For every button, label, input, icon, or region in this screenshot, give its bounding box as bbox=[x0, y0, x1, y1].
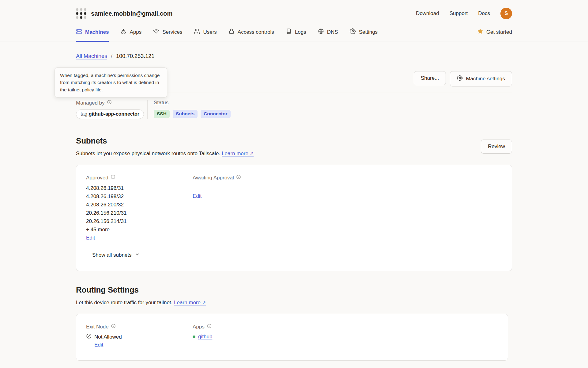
apps-label: Apps bbox=[193, 324, 205, 330]
tab-dns[interactable]: DNS bbox=[318, 28, 338, 41]
show-all-subnets-button[interactable]: Show all subnets bbox=[92, 252, 140, 258]
subnets-description: Subnets let you expose physical network … bbox=[76, 151, 220, 156]
approved-route: 4.208.26.200/32 bbox=[86, 201, 193, 209]
brand: samlee.mobbin@gmail.com bbox=[76, 8, 172, 19]
avatar[interactable]: S bbox=[500, 8, 512, 19]
gear-icon bbox=[350, 28, 356, 36]
tab-label: Apps bbox=[130, 29, 141, 35]
tag-pill[interactable]: tag:github-app-connector bbox=[76, 109, 144, 119]
status-label: Status bbox=[154, 100, 168, 106]
info-icon[interactable] bbox=[111, 174, 115, 181]
approved-route: 20.26.156.210/31 bbox=[86, 209, 193, 217]
breadcrumb-separator: / bbox=[111, 53, 112, 59]
tab-label: Users bbox=[203, 29, 217, 35]
subnets-learn-more-link[interactable]: Learn more ↗ bbox=[222, 151, 254, 156]
app-status-dot-icon bbox=[193, 335, 195, 338]
breadcrumb-current: 100.70.253.121 bbox=[116, 53, 154, 59]
routing-settings-title: Routing Settings bbox=[76, 285, 512, 295]
routing-card: Exit Node Not Allowe bbox=[76, 314, 508, 361]
chevron-down-icon bbox=[135, 252, 140, 258]
gear-icon bbox=[457, 75, 463, 82]
globe-icon bbox=[318, 28, 324, 36]
tag-prefix: tag: bbox=[81, 111, 89, 117]
breadcrumb: All Machines / 100.70.253.121 bbox=[76, 53, 512, 59]
machine-settings-button[interactable]: Machine settings bbox=[450, 71, 512, 86]
support-link[interactable]: Support bbox=[450, 10, 468, 17]
managed-by-label: Managed by bbox=[76, 100, 105, 106]
account-email[interactable]: samlee.mobbin@gmail.com bbox=[91, 10, 172, 17]
exit-node-label: Exit Node bbox=[86, 324, 109, 330]
tab-access-controls[interactable]: Access controls bbox=[228, 28, 274, 41]
status-badge-subnets: Subnets bbox=[173, 110, 198, 118]
lock-icon bbox=[228, 28, 235, 36]
machine-settings-label: Machine settings bbox=[466, 76, 505, 82]
approved-label: Approved bbox=[86, 175, 108, 181]
subnets-title: Subnets bbox=[76, 136, 254, 146]
status-badge-ssh: SSH bbox=[154, 110, 170, 118]
approved-route: 20.26.156.214/31 bbox=[86, 217, 193, 225]
machines-icon bbox=[76, 29, 82, 36]
apps-icon bbox=[120, 28, 126, 36]
meta-divider bbox=[147, 100, 148, 119]
tag-tooltip: When tagged, a machine’s permissions cha… bbox=[55, 67, 167, 98]
awaiting-edit-link[interactable]: Edit bbox=[193, 193, 202, 199]
info-icon[interactable] bbox=[207, 324, 212, 330]
tab-settings[interactable]: Settings bbox=[350, 28, 378, 41]
show-all-subnets-label: Show all subnets bbox=[92, 252, 132, 258]
app-github-link[interactable]: github bbox=[198, 334, 212, 340]
tab-apps[interactable]: Apps bbox=[120, 28, 141, 41]
get-started-label: Get started bbox=[486, 29, 512, 35]
machine-meta: Managed by tag:github-app-connector Stat… bbox=[76, 100, 512, 119]
awaiting-approval-label: Awaiting Approval bbox=[193, 175, 234, 181]
machine-header: When tagged, a machine’s permissions cha… bbox=[76, 63, 512, 93]
approved-routes-more: + 45 more bbox=[86, 225, 193, 234]
star-icon bbox=[477, 28, 483, 36]
tab-logs[interactable]: Logs bbox=[286, 28, 306, 41]
top-header: samlee.mobbin@gmail.com Download Support… bbox=[0, 0, 588, 20]
routing-learn-more-link[interactable]: Learn more ↗ bbox=[174, 300, 206, 305]
share-button[interactable]: Share... bbox=[414, 71, 446, 85]
not-allowed-icon bbox=[86, 333, 92, 340]
tag-name: github-app-connector bbox=[89, 111, 139, 117]
info-icon[interactable] bbox=[236, 174, 241, 181]
exit-node-edit-link[interactable]: Edit bbox=[94, 342, 103, 348]
get-started-link[interactable]: Get started bbox=[477, 28, 512, 41]
share-label: Share... bbox=[421, 75, 439, 81]
breadcrumb-all-machines-link[interactable]: All Machines bbox=[76, 53, 107, 59]
tab-machines[interactable]: Machines bbox=[76, 28, 109, 42]
review-label: Review bbox=[488, 144, 505, 150]
routing-description: Let this device route traffic for your t… bbox=[76, 300, 172, 305]
logs-icon bbox=[286, 28, 292, 36]
tailscale-logo-icon bbox=[76, 8, 86, 19]
tab-label: Logs bbox=[295, 29, 306, 35]
primary-nav: Machines Apps bbox=[0, 28, 588, 41]
users-icon bbox=[194, 28, 200, 36]
external-link-icon: ↗ bbox=[250, 151, 254, 156]
tab-label: Services bbox=[162, 29, 182, 35]
app-list-item: github bbox=[193, 334, 498, 340]
subnets-section: Subnets Subnets let you expose physical … bbox=[76, 136, 512, 271]
awaiting-empty-value: — bbox=[193, 185, 502, 191]
exit-node-value: Not Allowed bbox=[94, 334, 122, 340]
avatar-initial: S bbox=[504, 10, 508, 17]
external-link-icon: ↗ bbox=[202, 300, 206, 305]
services-icon bbox=[153, 28, 159, 36]
info-icon[interactable] bbox=[107, 100, 112, 106]
tab-label: Machines bbox=[85, 29, 109, 35]
info-icon[interactable] bbox=[111, 324, 116, 330]
approved-route: 4.208.26.196/31 bbox=[86, 184, 193, 192]
review-button[interactable]: Review bbox=[481, 140, 512, 154]
status-badge-connector: Connector bbox=[201, 110, 231, 118]
docs-link[interactable]: Docs bbox=[478, 10, 490, 17]
tab-services[interactable]: Services bbox=[153, 28, 182, 41]
tooltip-text: When tagged, a machine’s permissions cha… bbox=[60, 73, 160, 92]
approved-edit-link[interactable]: Edit bbox=[86, 235, 95, 241]
tab-label: Access controls bbox=[238, 29, 274, 35]
tab-label: Settings bbox=[359, 29, 378, 35]
routing-settings-section: Routing Settings Let this device route t… bbox=[76, 285, 512, 361]
tab-label: DNS bbox=[327, 29, 338, 35]
approved-route: 4.208.26.198/32 bbox=[86, 192, 193, 201]
subnets-card: Approved 4.208.26.196/31 4.208.26.198/32… bbox=[76, 165, 512, 271]
download-link[interactable]: Download bbox=[416, 10, 439, 17]
tab-users[interactable]: Users bbox=[194, 28, 217, 41]
